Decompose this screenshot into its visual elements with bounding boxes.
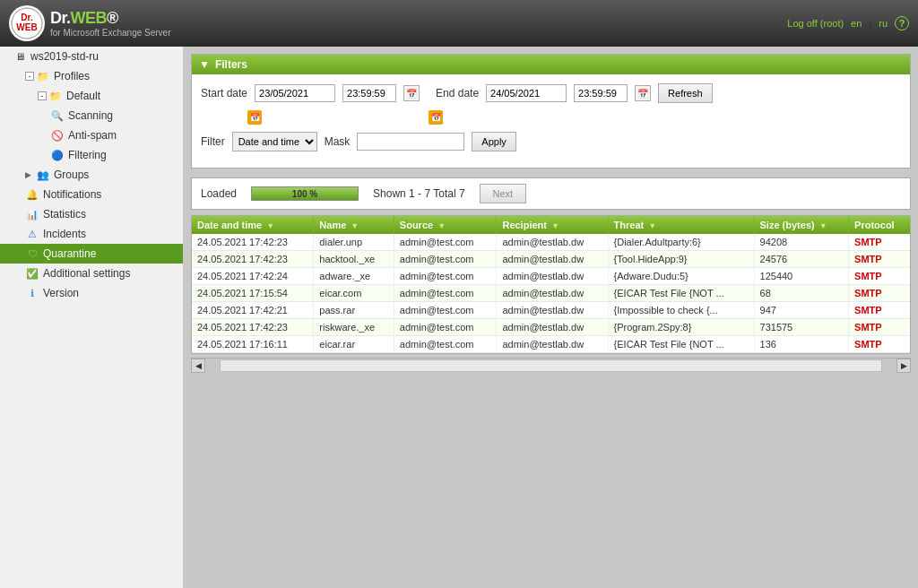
default-label: Default	[66, 90, 100, 102]
table-row[interactable]: 24.05.2021 17:42:21pass.raradmin@test.co…	[192, 302, 910, 319]
sort-source-icon: ▼	[437, 221, 446, 230]
drweb-logo-text: Dr.WEB® for Microsoft Exchange Server	[50, 9, 171, 38]
loaded-label: Loaded	[201, 187, 237, 200]
cell-6: SMTP	[849, 251, 910, 268]
refresh-button[interactable]: Refresh	[658, 83, 713, 103]
col-name[interactable]: Name ▼	[314, 216, 394, 234]
filter-mask-row: Filter Date and time Mask Apply	[201, 132, 901, 151]
apply-button[interactable]: Apply	[472, 132, 516, 151]
progress-fill: 100 %	[252, 187, 358, 200]
table-header: Date and time ▼ Name ▼ Source ▼ Recipi	[192, 216, 910, 234]
statistics-icon: 📊	[25, 207, 39, 221]
end-time-input[interactable]	[574, 84, 628, 102]
table-row[interactable]: 24.05.2021 17:42:23hacktool._xeadmin@tes…	[192, 251, 910, 268]
table-row[interactable]: 24.05.2021 17:42:23riskware._xeadmin@tes…	[192, 319, 910, 336]
end-date-input[interactable]	[486, 84, 567, 102]
table-row[interactable]: 24.05.2021 17:42:24adware._xeadmin@test.…	[192, 268, 910, 285]
lang-separator: |	[869, 18, 871, 29]
col-protocol[interactable]: Protocol	[849, 216, 910, 234]
cell-3: admin@testlab.dw	[497, 268, 608, 285]
sidebar-item-notifications[interactable]: 🔔 Notifications	[0, 185, 183, 204]
cell-0: 24.05.2021 17:42:24	[192, 268, 314, 285]
filter-select[interactable]: Date and time	[232, 132, 317, 151]
notifications-label: Notifications	[43, 188, 101, 201]
cell-5: 731575	[754, 319, 849, 336]
cell-1: adware._xe	[314, 268, 394, 285]
antispam-label: Anti-spam	[68, 129, 117, 142]
cell-4: {Impossible to check {...	[608, 302, 754, 319]
calendar-icon-start: 📅	[247, 110, 262, 125]
cal-icon-right: 📅	[429, 110, 443, 125]
logout-link[interactable]: Log off (root)	[787, 18, 844, 29]
drweb-subtitle: for Microsoft Exchange Server	[50, 28, 171, 38]
sidebar-item-statistics[interactable]: 📊 Statistics	[0, 204, 183, 224]
col-size[interactable]: Size (bytes) ▼	[754, 216, 849, 234]
table-row[interactable]: 24.05.2021 17:15:54eicar.comadmin@test.c…	[192, 285, 910, 302]
lang-ru-link[interactable]: ru	[879, 18, 888, 29]
col-date[interactable]: Date and time ▼	[192, 216, 314, 234]
notification-icon: 🔔	[25, 187, 39, 202]
end-date-calendar-button[interactable]: 📅	[635, 85, 651, 101]
sort-recipient-icon: ▼	[551, 221, 559, 230]
cell-6: SMTP	[849, 319, 910, 336]
sidebar-item-quarantine[interactable]: 🛡 Quarantine	[0, 244, 183, 264]
start-date-input[interactable]	[255, 84, 335, 102]
shown-label: Shown 1 - 7 Total 7	[373, 187, 465, 200]
scrollbar-area: ◀ ▶	[191, 358, 911, 372]
sidebar-item-incidents[interactable]: ⚠ Incidents	[0, 224, 183, 244]
filter-panel: ▼ Filters Start date 📅 End date 📅 Refres…	[191, 54, 911, 169]
sidebar-item-root[interactable]: 🖥 ws2019-std-ru	[0, 47, 183, 66]
sidebar-item-groups[interactable]: ▶ 👥 Groups	[0, 165, 183, 185]
filtering-label: Filtering	[68, 149, 107, 161]
table-row[interactable]: 24.05.2021 17:42:23dialer.unpadmin@test.…	[192, 234, 910, 251]
help-link[interactable]: ?	[895, 16, 909, 30]
col-threat[interactable]: Threat ▼	[608, 216, 754, 234]
cell-0: 24.05.2021 17:42:23	[192, 234, 314, 251]
col-source[interactable]: Source ▼	[394, 216, 497, 234]
folder-icon: 📁	[36, 69, 50, 83]
filter-second-row: 📅 📅	[201, 110, 901, 125]
cell-4: {Adware.Dudu:5}	[608, 268, 754, 285]
scanning-label: Scanning	[68, 109, 113, 122]
server-icon: 🖥	[13, 49, 27, 64]
filter-content: Start date 📅 End date 📅 Refresh 📅 📅	[192, 74, 910, 168]
mask-label: Mask	[325, 135, 351, 148]
start-date-calendar-button[interactable]: 📅	[403, 85, 420, 101]
incidents-label: Incidents	[43, 228, 86, 240]
scrollbar-track[interactable]	[220, 359, 882, 372]
sidebar-item-version[interactable]: ℹ Version	[0, 283, 183, 303]
cell-5: 68	[754, 285, 849, 302]
start-time-input[interactable]	[342, 84, 396, 102]
table-row[interactable]: 24.05.2021 17:16:11eicar.raradmin@test.c…	[192, 336, 910, 353]
lang-en-link[interactable]: en	[851, 18, 862, 29]
next-button[interactable]: Next	[480, 184, 527, 203]
col-recipient[interactable]: Recipient ▼	[497, 216, 608, 234]
mask-input[interactable]	[357, 133, 464, 151]
sidebar-item-filtering[interactable]: 🔵 Filtering	[0, 145, 183, 165]
calendar-icon-end: 📅	[429, 110, 443, 125]
cell-5: 136	[754, 336, 849, 353]
cell-2: admin@test.com	[394, 336, 497, 353]
sidebar-item-default[interactable]: - 📁 Default	[0, 86, 183, 106]
table-body: 24.05.2021 17:42:23dialer.unpadmin@test.…	[192, 234, 910, 353]
scroll-left-button[interactable]: ◀	[191, 359, 205, 373]
sidebar-item-antispam[interactable]: 🚫 Anti-spam	[0, 125, 183, 145]
scroll-right-button[interactable]: ▶	[896, 359, 911, 373]
cell-4: {Dialer.Adultparty:6}	[608, 234, 754, 251]
cell-2: admin@test.com	[394, 285, 497, 302]
cell-1: pass.rar	[314, 302, 394, 319]
filter-collapse-icon[interactable]: ▼	[199, 58, 210, 71]
sidebar-item-profiles[interactable]: - 📁 Profiles	[0, 66, 183, 86]
end-date-label: End date	[436, 87, 479, 99]
expand-default-icon: -	[38, 91, 47, 100]
cal-icon-left: 📅	[247, 110, 262, 125]
sidebar-item-additional-settings[interactable]: ✅ Additional settings	[0, 264, 183, 283]
header: Dr. WEB Dr.WEB® for Microsoft Exchange S…	[0, 0, 918, 47]
quarantine-table: Date and time ▼ Name ▼ Source ▼ Recipi	[192, 216, 910, 353]
cell-1: eicar.rar	[314, 336, 394, 353]
drweb-title: Dr.WEB®	[50, 9, 171, 28]
sidebar-item-scanning[interactable]: 🔍 Scanning	[0, 106, 183, 125]
cell-0: 24.05.2021 17:42:21	[192, 302, 314, 319]
antispam-icon: 🚫	[50, 128, 65, 143]
additional-settings-icon: ✅	[25, 266, 39, 281]
